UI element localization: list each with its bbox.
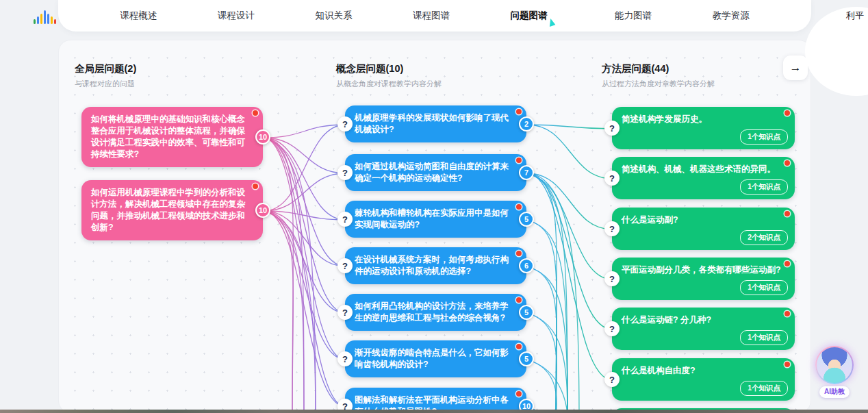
children-count-badge[interactable]: 6 bbox=[519, 258, 534, 273]
notification-dot bbox=[516, 344, 522, 349]
notification-dot bbox=[784, 110, 790, 116]
card-question-text: 什么是机构自由度? bbox=[622, 365, 785, 377]
card-question-text: 平面运动副分几类，各类都有哪些运动副? bbox=[622, 264, 785, 276]
column-header-method: 方法层问题(44) 从过程方法角度对章教学内容分解 bbox=[602, 62, 715, 89]
logo-bar bbox=[44, 10, 46, 24]
question-icon: ? bbox=[604, 221, 620, 236]
top-nav: 课程概述课程设计知识关系课程图谱问题图谱能力图谱教学资源 利平 bbox=[0, 0, 868, 32]
notification-dot bbox=[516, 204, 522, 210]
tab-ability-map[interactable]: 能力图谱 bbox=[615, 10, 652, 22]
children-count-badge[interactable]: 2 bbox=[519, 116, 534, 132]
ai-assistant-avatar[interactable] bbox=[815, 346, 854, 384]
knowledge-point-pill[interactable]: 2个知识点 bbox=[740, 230, 788, 245]
question-icon: ? bbox=[337, 165, 353, 180]
column-title: 概念层问题(10) bbox=[336, 62, 442, 75]
card-question-text: 简述机构学发展历史。 bbox=[622, 114, 785, 125]
notification-dot bbox=[784, 261, 790, 266]
question-icon: ? bbox=[604, 171, 620, 186]
notification-dot bbox=[516, 297, 522, 303]
notification-dot bbox=[516, 251, 522, 256]
problem-map-canvas[interactable]: 全局层问题(2) 与课程对应的问题 概念层问题(10) 从概念角度对课程教学内容… bbox=[58, 40, 811, 413]
children-count-badge[interactable]: 7 bbox=[519, 165, 534, 180]
question-icon: ? bbox=[337, 305, 353, 320]
expand-arrow-button[interactable]: → bbox=[783, 55, 808, 80]
tab-teaching-resources[interactable]: 教学资源 bbox=[713, 10, 750, 22]
logo-bar bbox=[51, 16, 53, 24]
problem-card-method-4[interactable]: 平面运动副分几类，各类都有哪些运动副??1个知识点 bbox=[612, 258, 795, 300]
user-name[interactable]: 利平 bbox=[846, 10, 864, 22]
tab-problem-map[interactable]: 问题图谱 bbox=[511, 10, 554, 22]
notification-dot bbox=[253, 184, 258, 189]
knowledge-point-pill[interactable]: 1个知识点 bbox=[740, 129, 788, 145]
children-count-badge[interactable]: 10 bbox=[255, 129, 270, 145]
problem-card-concept-4[interactable]: 在设计机械系统方案时，如何考虑执行构件的运动设计和原动机的选择??6 bbox=[345, 247, 526, 284]
cursor-icon bbox=[547, 18, 555, 27]
problem-card-concept-1[interactable]: 机械原理学科的发展现状如何影响了现代机械设计??2 bbox=[345, 105, 526, 142]
knowledge-point-pill[interactable]: 1个知识点 bbox=[740, 330, 788, 345]
problem-card-global-1[interactable]: 如何将机械原理中的基础知识和核心概念整合应用于机械设计的整体流程，并确保设计满足… bbox=[81, 107, 263, 167]
problem-card-method-2[interactable]: 简述机构、机械、机器这些术语的异同。?1个知识点 bbox=[612, 157, 795, 199]
problem-card-concept-6[interactable]: 渐开线齿廓的啮合特点是什么，它如何影响齿轮机构的设计??5 bbox=[345, 340, 526, 377]
logo-bar bbox=[47, 14, 49, 24]
problem-card-method-5[interactable]: 什么是运动链? 分几种??1个知识点 bbox=[612, 308, 795, 350]
column-header-concept: 概念层问题(10) 从概念角度对课程教学内容分解 bbox=[336, 62, 442, 89]
question-icon: ? bbox=[337, 212, 353, 227]
tab-label: 课程设计 bbox=[218, 10, 255, 22]
problem-card-concept-5[interactable]: 如何利用凸轮机构的设计方法，来培养学生的逆向思维和工程与社会的综合视角??5 bbox=[345, 294, 526, 331]
card-question-text: 棘轮机构和槽轮机构在实际应用中是如何实现间歇运动的? bbox=[355, 208, 517, 231]
ai-assistant-label: AI助教 bbox=[819, 386, 850, 398]
logo-bar bbox=[34, 19, 36, 24]
notification-dot bbox=[784, 160, 790, 166]
column-subtitle: 从过程方法角度对章教学内容分解 bbox=[602, 79, 715, 89]
notification-dot bbox=[784, 311, 790, 316]
tab-label: 课程概述 bbox=[120, 10, 157, 22]
tab-course-design[interactable]: 课程设计 bbox=[218, 10, 255, 22]
tab-course-map[interactable]: 课程图谱 bbox=[413, 10, 450, 22]
problem-card-concept-2[interactable]: 如何通过机构运动简图和自由度的计算来确定一个机构的运动确定性??7 bbox=[345, 154, 526, 191]
question-icon: ? bbox=[337, 351, 353, 366]
tab-label: 问题图谱 bbox=[511, 10, 548, 22]
problem-card-method-3[interactable]: 什么是运动副??2个知识点 bbox=[612, 208, 795, 250]
question-icon: ? bbox=[337, 258, 353, 273]
problem-card-concept-3[interactable]: 棘轮机构和槽轮机构在实际应用中是如何实现间歇运动的??5 bbox=[345, 201, 526, 238]
tab-label: 教学资源 bbox=[713, 10, 750, 22]
children-count-badge[interactable]: 10 bbox=[255, 203, 270, 218]
card-question-text: 如何通过机构运动简图和自由度的计算来确定一个机构的运动确定性? bbox=[355, 161, 517, 184]
card-question-text: 如何运用机械原理课程中学到的分析和设计方法，解决机械工程领域中存在的复杂问题，并… bbox=[91, 187, 253, 234]
children-count-badge[interactable]: 5 bbox=[519, 351, 534, 366]
tab-label: 课程图谱 bbox=[413, 10, 450, 22]
ai-assistant[interactable]: AI助教 bbox=[813, 346, 856, 398]
question-icon: ? bbox=[604, 121, 620, 136]
card-question-text: 什么是运动副? bbox=[622, 214, 785, 226]
card-question-text: 如何利用凸轮机构的设计方法，来培养学生的逆向思维和工程与社会的综合视角? bbox=[355, 301, 517, 324]
problem-card-global-2[interactable]: 如何运用机械原理课程中学到的分析和设计方法，解决机械工程领域中存在的复杂问题，并… bbox=[81, 180, 263, 240]
logo-bar bbox=[40, 14, 42, 24]
card-question-text: 渐开线齿廓的啮合特点是什么，它如何影响齿轮机构的设计? bbox=[355, 347, 517, 371]
tab-course-overview[interactable]: 课程概述 bbox=[120, 10, 157, 22]
problem-card-method-6[interactable]: 什么是机构自由度??1个知识点 bbox=[612, 358, 795, 401]
ai-assistant-avatar-image bbox=[817, 347, 852, 383]
children-count-badge[interactable]: 5 bbox=[519, 305, 534, 320]
knowledge-point-pill[interactable]: 1个知识点 bbox=[740, 381, 788, 396]
card-question-text: 简述机构、机械、机器这些术语的异同。 bbox=[622, 164, 785, 175]
tab-knowledge-relations[interactable]: 知识关系 bbox=[315, 10, 352, 22]
question-icon: ? bbox=[337, 116, 353, 132]
knowledge-point-pill[interactable]: 1个知识点 bbox=[740, 179, 788, 195]
bottom-edge-strip bbox=[0, 410, 868, 413]
problem-card-method-1[interactable]: 简述机构学发展历史。?1个知识点 bbox=[612, 107, 795, 149]
notification-dot bbox=[784, 362, 790, 367]
column-header-global: 全局层问题(2) 与课程对应的问题 bbox=[75, 62, 136, 89]
question-icon: ? bbox=[604, 271, 620, 286]
question-icon: ? bbox=[604, 372, 620, 387]
waveform-logo-icon[interactable] bbox=[30, 8, 59, 24]
column-subtitle: 从概念角度对课程教学内容分解 bbox=[336, 79, 442, 89]
column-title: 全局层问题(2) bbox=[75, 62, 136, 75]
question-icon: ? bbox=[604, 321, 620, 336]
children-count-badge[interactable]: 5 bbox=[519, 212, 534, 227]
logo-bar bbox=[37, 16, 39, 24]
notification-dot bbox=[253, 110, 258, 116]
column-title: 方法层问题(44) bbox=[602, 62, 715, 75]
knowledge-point-pill[interactable]: 1个知识点 bbox=[740, 280, 788, 295]
card-question-text: 什么是运动链? 分几种? bbox=[622, 314, 785, 326]
tab-label: 能力图谱 bbox=[615, 10, 652, 22]
